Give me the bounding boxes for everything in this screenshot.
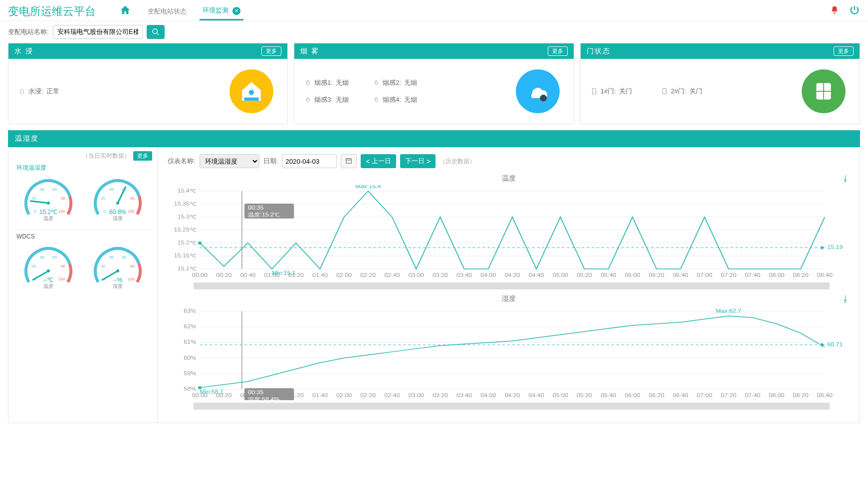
svg-rect-3 — [540, 97, 543, 98]
calendar-button[interactable] — [341, 154, 357, 168]
svg-point-38 — [47, 269, 50, 272]
svg-text:05:20: 05:20 — [577, 393, 592, 398]
svg-text:04:20: 04:20 — [504, 393, 520, 398]
svg-text:03:40: 03:40 — [456, 393, 472, 398]
svg-text:100: 100 — [58, 209, 65, 214]
download-icon[interactable]: ⭳ — [842, 174, 850, 183]
svg-text:61%: 61% — [184, 340, 196, 345]
search-button[interactable] — [147, 25, 165, 39]
svg-rect-51 — [346, 158, 352, 163]
svg-text:05:40: 05:40 — [601, 393, 616, 398]
chevron-right-icon: > — [427, 158, 431, 165]
svg-rect-0 — [244, 98, 259, 101]
svg-text:Min:15.1: Min:15.1 — [272, 270, 296, 276]
svg-text:温度: 温度 — [43, 283, 53, 289]
svg-text:20: 20 — [101, 264, 105, 268]
svg-text:06:00: 06:00 — [625, 393, 640, 398]
svg-text:20: 20 — [31, 264, 36, 268]
svg-text:04:00: 04:00 — [480, 393, 496, 398]
svg-text:63%: 63% — [184, 308, 196, 314]
gauges-more-button[interactable]: 更多 — [133, 151, 152, 161]
svg-text:01:40: 01:40 — [312, 393, 328, 398]
gauge-env-temp: 020406080100 15.2℃ 温度 — [16, 173, 81, 225]
svg-text:15.1℃: 15.1℃ — [178, 266, 196, 271]
gauge-group1-title: 环境温湿度 — [16, 164, 152, 172]
svg-text:03:00: 03:00 — [409, 272, 424, 278]
svg-text:湿度: 湿度 — [113, 283, 123, 289]
flame-icon — [304, 79, 311, 86]
svg-text:58%: 58% — [184, 386, 196, 392]
water-status-value: 正常 — [46, 87, 59, 96]
meter-select[interactable]: 环境温湿度 — [200, 154, 259, 168]
svg-text:00:40: 00:40 — [240, 272, 255, 278]
svg-text:15.2℃: 15.2℃ — [39, 209, 57, 216]
svg-point-148 — [198, 386, 202, 389]
svg-text:00:35: 00:35 — [248, 390, 263, 395]
flame-icon — [373, 96, 380, 103]
svg-text:100: 100 — [58, 277, 65, 281]
next-day-button[interactable]: 下一日> — [400, 154, 435, 168]
svg-text:08:40: 08:40 — [817, 272, 833, 278]
home-icon[interactable] — [120, 4, 131, 18]
power-icon[interactable] — [849, 4, 860, 18]
svg-text:60%: 60% — [184, 355, 196, 361]
svg-point-1 — [249, 90, 254, 95]
tab-station-status[interactable]: 变配电站状态 — [145, 3, 190, 20]
svg-text:02:40: 02:40 — [385, 272, 400, 278]
svg-text:00:35: 00:35 — [248, 205, 263, 211]
flame-icon — [373, 79, 380, 86]
svg-text:15.15℃: 15.15℃ — [174, 253, 196, 258]
chart-temperature-title: 温度 — [168, 174, 850, 183]
card-door: 门状态 更多 1#门: 关门 2#门: 关门 — [580, 43, 860, 124]
right-charts-panel: 仪表名称: 环境温湿度 日期: <上一日 下一日> （历史数据） ⭳ 温度 15… — [158, 147, 860, 423]
svg-text:15.3℃: 15.3℃ — [178, 214, 196, 220]
svg-text:15.35℃: 15.35℃ — [174, 201, 196, 207]
smoke-1-value: 无烟 — [336, 78, 349, 87]
svg-text:04:40: 04:40 — [529, 272, 544, 278]
card-door-more-button[interactable]: 更多 — [834, 46, 854, 56]
svg-text:06:40: 06:40 — [673, 393, 688, 398]
svg-text:15.4℃: 15.4℃ — [178, 188, 196, 194]
smoke-4-value: 无烟 — [404, 95, 417, 104]
date-input[interactable] — [282, 154, 337, 168]
svg-text:--%: --% — [113, 276, 122, 283]
svg-text:40: 40 — [39, 187, 44, 192]
station-name-input[interactable] — [53, 25, 143, 39]
door-icon — [591, 88, 598, 95]
svg-text:02:20: 02:20 — [360, 272, 376, 278]
card-water: 水 浸 更多 水浸: 正常 — [8, 43, 288, 124]
card-smoke-title: 烟 雾 — [300, 47, 319, 56]
svg-text:08:00: 08:00 — [769, 393, 784, 398]
gauge-wdcs-temp: 020406080100 --℃ 温度 — [16, 241, 81, 292]
svg-text:02:00: 02:00 — [336, 393, 352, 398]
svg-text:02:00: 02:00 — [336, 272, 352, 278]
svg-text:07:40: 07:40 — [745, 272, 760, 278]
close-icon[interactable]: ✕ — [232, 7, 240, 15]
chart-humidity: ⭳ 湿度 58%59%60%61%62%63%00:0000:2000:4001… — [168, 294, 850, 410]
svg-text:06:20: 06:20 — [649, 272, 664, 278]
svg-text:60: 60 — [52, 187, 57, 192]
chart-scrollbar[interactable] — [194, 282, 830, 289]
svg-text:40: 40 — [39, 255, 44, 259]
svg-text:04:40: 04:40 — [529, 393, 544, 398]
chart-scrollbar[interactable] — [194, 403, 830, 410]
svg-text:03:20: 03:20 — [433, 272, 448, 278]
svg-text:05:00: 05:00 — [553, 272, 568, 278]
svg-rect-6 — [662, 89, 666, 94]
download-icon[interactable]: ⭳ — [842, 294, 850, 303]
svg-point-7 — [665, 91, 665, 91]
tab-env-monitor[interactable]: 环境监测 ✕ — [200, 2, 243, 20]
door-2-label: 2#门: — [671, 87, 686, 96]
bell-icon[interactable] — [830, 5, 839, 17]
card-smoke-more-button[interactable]: 更多 — [548, 46, 568, 56]
svg-text:80: 80 — [130, 196, 135, 201]
svg-line-17 — [30, 201, 48, 203]
card-water-more-button[interactable]: 更多 — [261, 46, 281, 56]
door-icon — [661, 88, 668, 95]
prev-day-button[interactable]: <上一日 — [361, 154, 396, 168]
svg-text:温度: 温度 — [43, 216, 53, 221]
svg-text:Min:58.1: Min:58.1 — [200, 389, 224, 395]
svg-point-18 — [47, 202, 50, 205]
water-card-icon — [229, 69, 273, 113]
smoke-2-value: 无烟 — [404, 78, 417, 87]
